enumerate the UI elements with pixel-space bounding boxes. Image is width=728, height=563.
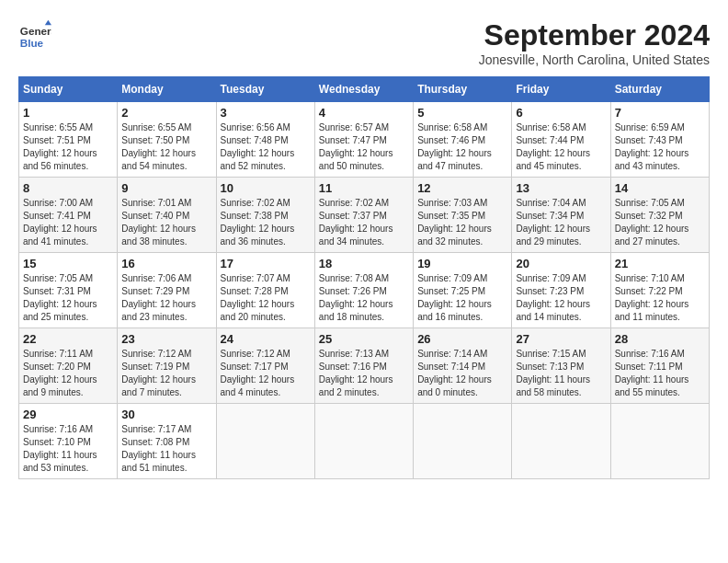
day-info: Sunrise: 7:08 AM Sunset: 7:26 PM Dayligh… [319, 273, 393, 322]
table-row: 28 Sunrise: 7:16 AM Sunset: 7:11 PM Dayl… [610, 328, 709, 404]
header-sunday: Sunday [19, 77, 118, 102]
day-number: 30 [121, 408, 211, 421]
day-number: 25 [319, 332, 409, 346]
table-row: 1 Sunrise: 6:55 AM Sunset: 7:51 PM Dayli… [19, 102, 118, 178]
day-number: 9 [121, 181, 211, 195]
day-number: 20 [516, 257, 606, 270]
table-row: 5 Sunrise: 6:58 AM Sunset: 7:46 PM Dayli… [414, 102, 512, 178]
title-block: September 2024 Jonesville, North Carolin… [479, 18, 710, 67]
day-info: Sunrise: 7:00 AM Sunset: 7:41 PM Dayligh… [23, 198, 97, 247]
day-number: 24 [221, 332, 311, 346]
day-info: Sunrise: 6:57 AM Sunset: 7:47 PM Dayligh… [319, 122, 393, 171]
day-number: 16 [121, 257, 211, 270]
table-row: 10 Sunrise: 7:02 AM Sunset: 7:38 PM Dayl… [216, 178, 314, 253]
table-row: 2 Sunrise: 6:55 AM Sunset: 7:50 PM Dayli… [118, 102, 216, 178]
day-number: 15 [23, 257, 113, 270]
header-thursday: Thursday [414, 77, 512, 102]
table-row: 22 Sunrise: 7:11 AM Sunset: 7:20 PM Dayl… [19, 328, 118, 404]
table-row: 27 Sunrise: 7:15 AM Sunset: 7:13 PM Dayl… [512, 328, 610, 404]
table-row: 20 Sunrise: 7:09 AM Sunset: 7:23 PM Dayl… [512, 253, 610, 328]
day-info: Sunrise: 7:14 AM Sunset: 7:14 PM Dayligh… [417, 349, 492, 397]
day-info: Sunrise: 6:59 AM Sunset: 7:43 PM Dayligh… [615, 122, 689, 171]
table-row [610, 404, 709, 479]
day-number: 10 [221, 181, 311, 195]
table-row: 30 Sunrise: 7:17 AM Sunset: 7:08 PM Dayl… [118, 404, 216, 479]
day-info: Sunrise: 6:56 AM Sunset: 7:48 PM Dayligh… [221, 122, 295, 171]
day-info: Sunrise: 7:02 AM Sunset: 7:37 PM Dayligh… [319, 198, 393, 247]
table-row: 26 Sunrise: 7:14 AM Sunset: 7:14 PM Dayl… [414, 328, 512, 404]
calendar-body: 1 Sunrise: 6:55 AM Sunset: 7:51 PM Dayli… [19, 102, 710, 479]
day-info: Sunrise: 7:17 AM Sunset: 7:08 PM Dayligh… [121, 424, 196, 473]
header-friday: Friday [512, 77, 610, 102]
day-number: 26 [417, 332, 507, 346]
day-number: 12 [417, 181, 507, 195]
day-number: 29 [23, 408, 113, 421]
day-number: 27 [516, 332, 606, 346]
svg-text:Blue: Blue [20, 37, 44, 49]
day-number: 8 [23, 181, 113, 195]
header-wednesday: Wednesday [314, 77, 413, 102]
header-tuesday: Tuesday [216, 77, 314, 102]
table-row: 16 Sunrise: 7:06 AM Sunset: 7:29 PM Dayl… [118, 253, 216, 328]
table-row: 14 Sunrise: 7:05 AM Sunset: 7:32 PM Dayl… [610, 178, 709, 253]
day-info: Sunrise: 7:09 AM Sunset: 7:23 PM Dayligh… [516, 273, 590, 322]
day-number: 28 [615, 332, 705, 346]
day-info: Sunrise: 6:55 AM Sunset: 7:51 PM Dayligh… [23, 122, 97, 171]
day-number: 19 [417, 257, 507, 270]
table-row: 6 Sunrise: 6:58 AM Sunset: 7:44 PM Dayli… [512, 102, 610, 178]
day-number: 6 [516, 106, 606, 120]
table-row: 7 Sunrise: 6:59 AM Sunset: 7:43 PM Dayli… [610, 102, 709, 178]
day-number: 23 [121, 332, 211, 346]
day-info: Sunrise: 7:06 AM Sunset: 7:29 PM Dayligh… [121, 273, 196, 322]
day-info: Sunrise: 6:58 AM Sunset: 7:46 PM Dayligh… [417, 122, 492, 171]
header: General Blue September 2024 Jonesville, … [18, 18, 710, 67]
table-row: 21 Sunrise: 7:10 AM Sunset: 7:22 PM Dayl… [610, 253, 709, 328]
day-number: 18 [319, 257, 409, 270]
day-number: 13 [516, 181, 606, 195]
svg-marker-2 [45, 20, 51, 25]
day-number: 2 [121, 106, 211, 120]
day-info: Sunrise: 6:58 AM Sunset: 7:44 PM Dayligh… [516, 122, 590, 171]
table-row: 24 Sunrise: 7:12 AM Sunset: 7:17 PM Dayl… [216, 328, 314, 404]
day-info: Sunrise: 7:09 AM Sunset: 7:25 PM Dayligh… [417, 273, 492, 322]
day-info: Sunrise: 7:01 AM Sunset: 7:40 PM Dayligh… [121, 198, 196, 247]
day-number: 21 [615, 257, 705, 270]
table-row: 29 Sunrise: 7:16 AM Sunset: 7:10 PM Dayl… [19, 404, 118, 479]
table-row: 17 Sunrise: 7:07 AM Sunset: 7:28 PM Dayl… [216, 253, 314, 328]
table-row: 13 Sunrise: 7:04 AM Sunset: 7:34 PM Dayl… [512, 178, 610, 253]
month-title: September 2024 [479, 18, 710, 52]
table-row: 23 Sunrise: 7:12 AM Sunset: 7:19 PM Dayl… [118, 328, 216, 404]
day-info: Sunrise: 7:15 AM Sunset: 7:13 PM Dayligh… [516, 349, 590, 397]
day-info: Sunrise: 7:13 AM Sunset: 7:16 PM Dayligh… [319, 349, 393, 397]
header-monday: Monday [118, 77, 216, 102]
table-row: 15 Sunrise: 7:05 AM Sunset: 7:31 PM Dayl… [19, 253, 118, 328]
day-number: 11 [319, 181, 409, 195]
day-info: Sunrise: 7:05 AM Sunset: 7:32 PM Dayligh… [615, 198, 689, 247]
table-row: 3 Sunrise: 6:56 AM Sunset: 7:48 PM Dayli… [216, 102, 314, 178]
table-row: 19 Sunrise: 7:09 AM Sunset: 7:25 PM Dayl… [414, 253, 512, 328]
day-info: Sunrise: 7:05 AM Sunset: 7:31 PM Dayligh… [23, 273, 97, 322]
day-number: 14 [615, 181, 705, 195]
day-info: Sunrise: 7:12 AM Sunset: 7:19 PM Dayligh… [121, 349, 196, 397]
logo: General Blue [18, 18, 51, 52]
day-info: Sunrise: 7:12 AM Sunset: 7:17 PM Dayligh… [221, 349, 295, 397]
day-number: 22 [23, 332, 113, 346]
calendar-table: Sunday Monday Tuesday Wednesday Thursday… [18, 76, 710, 479]
table-row [216, 404, 314, 479]
table-row [512, 404, 610, 479]
day-number: 1 [23, 106, 113, 120]
day-number: 17 [221, 257, 311, 270]
svg-text:General: General [20, 25, 51, 37]
day-info: Sunrise: 6:55 AM Sunset: 7:50 PM Dayligh… [121, 122, 196, 171]
day-info: Sunrise: 7:02 AM Sunset: 7:38 PM Dayligh… [221, 198, 295, 247]
table-row: 8 Sunrise: 7:00 AM Sunset: 7:41 PM Dayli… [19, 178, 118, 253]
header-saturday: Saturday [610, 77, 709, 102]
table-row [314, 404, 413, 479]
day-info: Sunrise: 7:10 AM Sunset: 7:22 PM Dayligh… [615, 273, 689, 322]
table-row: 25 Sunrise: 7:13 AM Sunset: 7:16 PM Dayl… [314, 328, 413, 404]
day-number: 3 [221, 106, 311, 120]
logo-icon: General Blue [18, 18, 51, 52]
day-info: Sunrise: 7:03 AM Sunset: 7:35 PM Dayligh… [417, 198, 492, 247]
day-info: Sunrise: 7:11 AM Sunset: 7:20 PM Dayligh… [23, 349, 97, 397]
table-row [414, 404, 512, 479]
